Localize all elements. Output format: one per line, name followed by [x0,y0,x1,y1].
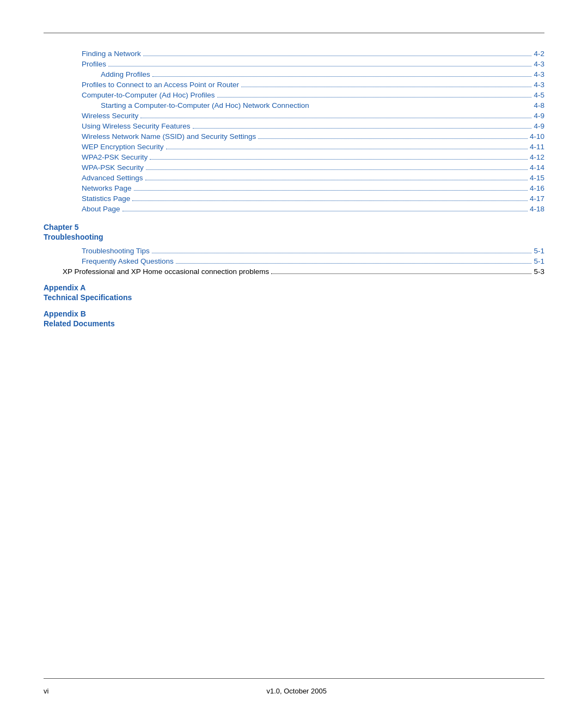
toc-number: 4-11 [530,143,544,151]
page-container: Finding a Network 4-2 Profiles 4-3 Addin… [0,0,588,706]
toc-text-xp: XP Professional and XP Home occasional c… [63,267,269,276]
toc-row: Advanced Settings 4-15 [44,174,544,182]
toc-number: 4-9 [534,122,544,130]
toc-number: 4-17 [530,194,544,203]
footer-page-number: vi [44,687,48,695]
toc-row: Computer-to-Computer (Ad Hoc) Profiles 4… [44,91,544,99]
toc-section-chapter4: Finding a Network 4-2 Profiles 4-3 Addin… [44,50,544,213]
chapter5-sublabel: Troubleshooting [44,233,544,241]
appendixb-label: Appendix B [44,309,544,318]
toc-row: WEP Encryption Security 4-11 [44,143,544,151]
toc-number: 4-5 [534,91,544,99]
top-rule [44,33,544,33]
toc-row: Starting a Computer-to-Computer (Ad Hoc)… [44,101,544,109]
toc-number: 5-1 [534,247,544,255]
toc-row: Wireless Security 4-9 [44,112,544,120]
toc-link[interactable]: Profiles [82,60,106,68]
toc-dots [217,97,532,98]
chapter5-section: Chapter 5 Troubleshooting Troubleshootin… [44,223,544,276]
toc-row-networks-page: Networks Page 4-16 [44,184,544,192]
toc-dots [176,263,532,264]
toc-row: Wireless Network Name (SSID) and Securit… [44,132,544,141]
toc-link[interactable]: Finding a Network [82,50,141,58]
toc-number: 4-12 [530,153,544,161]
toc-number: 4-3 [534,60,544,68]
toc-row: Using Wireless Security Features 4-9 [44,122,544,130]
toc-dots [271,273,531,274]
toc-number: 4-8 [534,101,544,109]
toc-dots [122,211,528,211]
toc-dots [150,159,528,160]
toc-number: 5-1 [534,257,544,265]
toc-link[interactable]: Wireless Security [82,112,138,120]
toc-link[interactable]: Adding Profiles [101,70,150,78]
toc-row: WPA2-PSK Security 4-12 [44,153,544,161]
toc-dots [140,118,531,118]
toc-link[interactable]: Starting a Computer-to-Computer (Ad Hoc)… [101,101,309,109]
toc-link[interactable]: Troubleshooting Tips [82,247,150,255]
appendixa-section: Appendix A Technical Specifications [44,283,544,302]
toc-number: 4-14 [530,163,544,172]
toc-number: 4-16 [530,184,544,192]
toc-dots [193,128,532,129]
toc-link[interactable]: WPA-PSK Security [82,163,144,172]
toc-dots [241,87,532,87]
toc-number: 4-2 [534,50,544,58]
toc-number: 4-3 [534,70,544,78]
toc-dots [146,169,528,170]
toc-dots [132,200,528,201]
toc-number: 4-10 [530,132,544,141]
toc-dots [152,253,532,253]
toc-link[interactable]: Wireless Network Name (SSID) and Securit… [82,132,256,141]
toc-link[interactable]: Advanced Settings [82,174,143,182]
appendixa-sublabel: Technical Specifications [44,293,544,302]
toc-link-statistics-page[interactable]: Statistics Page [82,194,130,203]
toc-row: WPA-PSK Security 4-14 [44,163,544,172]
toc-row: Adding Profiles 4-3 [44,70,544,78]
bottom-rule [44,678,544,679]
toc-dots [143,56,532,56]
toc-row: Frequently Asked Questions 5-1 [44,257,544,265]
appendixb-sublabel: Related Documents [44,319,544,328]
toc-link[interactable]: About Page [82,205,120,213]
toc-row-xp: XP Professional and XP Home occasional c… [44,267,544,276]
footer-version: v1.0, October 2005 [266,687,327,695]
toc-row: About Page 4-18 [44,205,544,213]
toc-dots [108,66,531,66]
toc-row: Troubleshooting Tips 5-1 [44,247,544,255]
toc-number: 4-9 [534,112,544,120]
toc-number: 4-18 [530,205,544,213]
toc-dots [145,180,528,180]
toc-link[interactable]: WEP Encryption Security [82,143,164,151]
toc-number: 4-15 [530,174,544,182]
footer: vi v1.0, October 2005 [44,687,544,695]
toc-dots [134,190,528,191]
toc-dots [152,76,532,77]
toc-link[interactable]: Using Wireless Security Features [82,122,191,130]
toc-link[interactable]: Profiles to Connect to an Access Point o… [82,81,239,89]
toc-row-statistics-page: Statistics Page 4-17 [44,194,544,203]
toc-row: Finding a Network 4-2 [44,50,544,58]
toc-link[interactable]: Frequently Asked Questions [82,257,174,265]
toc-dots [258,138,528,139]
toc-number: 5-3 [534,267,544,276]
toc-dots [166,149,528,149]
toc-number: 4-3 [534,81,544,89]
appendixb-section: Appendix B Related Documents [44,309,544,328]
chapter5-label: Chapter 5 [44,223,544,232]
toc-row: Profiles 4-3 [44,60,544,68]
toc-link[interactable]: Computer-to-Computer (Ad Hoc) Profiles [82,91,215,99]
appendixa-label: Appendix A [44,283,544,292]
toc-row: Profiles to Connect to an Access Point o… [44,81,544,89]
toc-link-networks-page[interactable]: Networks Page [82,184,132,192]
toc-link[interactable]: WPA2-PSK Security [82,153,148,161]
